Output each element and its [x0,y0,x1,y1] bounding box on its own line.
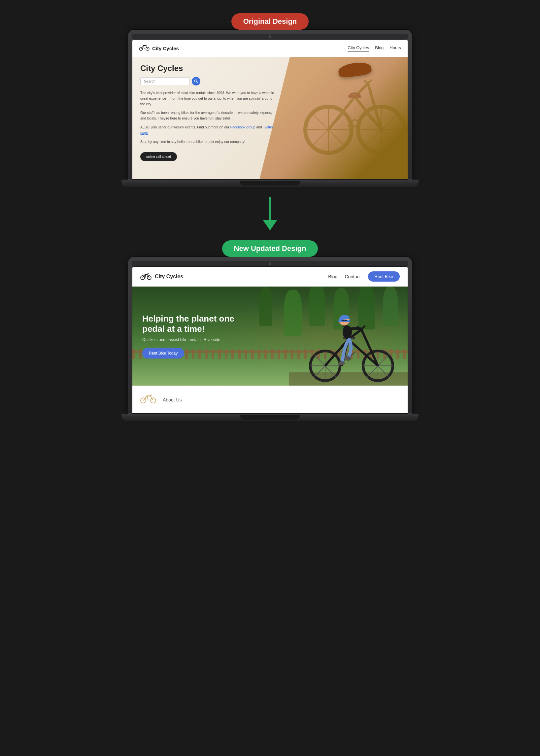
new-nav-blog[interactable]: Blog [328,274,338,279]
new-hero-title: Helping the planet one pedal at a time! [142,314,260,334]
svg-rect-12 [348,95,361,98]
original-logo-text: City Cycles [152,46,179,51]
laptop-base-notch-new [240,415,300,420]
arrow-line [269,197,271,220]
new-nav-contact[interactable]: Contact [344,274,360,279]
new-rent-bike-button[interactable]: Rent Bike [368,271,400,282]
new-rent-bike-today-button[interactable]: Rent Bike Today [142,348,184,359]
nav-link-hours[interactable]: Hours [389,45,401,52]
original-badge: Original Design [231,13,309,30]
svg-point-39 [344,356,351,360]
search-button-orig[interactable] [192,77,201,85]
original-laptop: City Cycles City Cycles Blog Hours [121,30,419,187]
original-nav-links: City Cycles Blog Hours [347,45,401,52]
laptop-screen-original: City Cycles City Cycles Blog Hours [132,39,408,180]
laptop-base-notch-original [240,181,300,186]
about-us-label: About Us [163,397,182,402]
new-below-hero: About Us [132,385,408,413]
laptop-base-new [121,414,419,421]
laptop-base-original [121,180,419,187]
orig-cta-button[interactable]: online call ahead [140,152,177,161]
transition-arrow [263,197,277,230]
laptop-screen-new: City Cycles Blog Contact Rent Bike [132,266,408,414]
new-nav-links: Blog Contact Rent Bike [328,271,400,282]
orig-body-3: ALSO: join us for our weekly events. Fin… [140,124,276,136]
new-hero-content: Helping the planet one pedal at a time! … [132,304,270,369]
orig-body-2: Our staff has been renting bikes for the… [140,110,276,121]
original-section: Original Design [0,13,540,187]
arrow-head [263,220,277,230]
nav-link-blog[interactable]: Blog [375,45,383,52]
new-design-section: New Updated Design [0,240,540,421]
nav-link-city-cycles[interactable]: City Cycles [347,45,369,52]
svg-point-40 [338,361,345,365]
original-hero: City Cycles The city's best provider of … [132,57,408,179]
original-hero-title: City Cycles [140,64,276,73]
new-logo-text: City Cycles [155,274,183,280]
screen-notch-original [132,34,408,39]
bike-logo-icon-new [140,272,152,281]
new-hero-subtitle: Quickest and easiest bike rental in Rive… [142,337,260,342]
laptop-frame-new: City Cycles Blog Contact Rent Bike [128,257,412,414]
new-logo: City Cycles [140,272,183,281]
original-nav: City Cycles City Cycles Blog Hours [132,40,408,57]
original-search-bar [140,77,276,85]
bike-icon-small [140,392,156,407]
camera-dot-new [269,262,271,265]
bike-logo-icon-orig [139,44,150,53]
new-design-laptop: City Cycles Blog Contact Rent Bike [121,257,419,421]
svg-point-38 [342,326,352,339]
orig-body-4: Stop by any time to say hello, rent a bi… [140,139,276,145]
laptop-frame-original: City Cycles City Cycles Blog Hours [128,30,412,180]
new-nav: City Cycles Blog Contact Rent Bike [132,267,408,287]
new-hero-person-bike [256,287,408,385]
svg-point-16 [195,80,197,82]
new-design-badge: New Updated Design [222,240,318,257]
original-logo: City Cycles [139,44,179,53]
screen-notch-new [132,261,408,266]
new-hero: Helping the planet one pedal at a time! … [132,287,408,385]
search-input-orig[interactable] [140,77,190,85]
original-hero-content: City Cycles The city's best provider of … [132,57,284,179]
facebook-link[interactable]: Facebook group [230,125,255,129]
camera-dot-original [269,35,271,38]
orig-body-1: The city's best provider of local bike r… [140,90,276,107]
svg-line-17 [197,82,198,83]
